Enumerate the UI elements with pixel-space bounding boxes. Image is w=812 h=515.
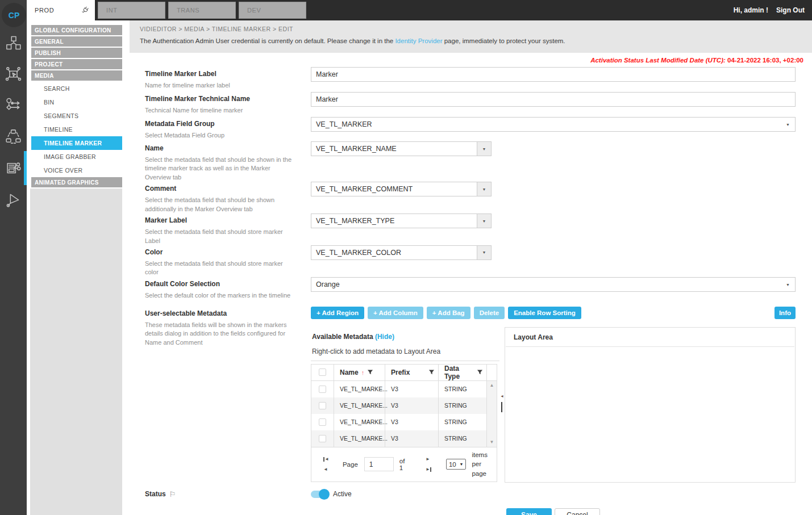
page-number-input[interactable]: [364, 457, 394, 471]
last-page-button[interactable]: ►: [426, 467, 431, 472]
add-bag-button[interactable]: + Add Bag: [427, 307, 470, 319]
field-label: User-selectable Metadata: [145, 309, 311, 317]
column-header-name[interactable]: Name: [340, 369, 359, 376]
field-help: Technical Name for timeline marker: [145, 106, 297, 115]
filter-icon[interactable]: [367, 369, 373, 375]
previous-page-button[interactable]: ◄: [323, 467, 329, 472]
animated-graphics-icon[interactable]: [5, 191, 22, 208]
sync-modules-icon[interactable]: [5, 128, 22, 145]
chevron-down-icon[interactable]: ▼: [477, 246, 491, 259]
row-checkbox[interactable]: [319, 418, 326, 426]
page-size-select[interactable]: 10 ▼: [446, 459, 467, 470]
tab-int[interactable]: INT: [98, 2, 165, 19]
field-label: Color: [145, 248, 311, 256]
scroll-down-icon[interactable]: ▼: [490, 440, 494, 445]
scroll-up-icon[interactable]: ▲: [490, 383, 494, 388]
chevron-down-icon[interactable]: ▼: [477, 182, 491, 196]
sidebar-item-voice-over[interactable]: VOICE OVER: [27, 164, 122, 177]
sidebar-item-image-grabber[interactable]: IMAGE GRABBER: [27, 150, 122, 164]
layout-area-panel[interactable]: Layout Area: [505, 327, 796, 483]
next-page-button[interactable]: ►: [426, 457, 431, 462]
sidebar-item-search[interactable]: SEARCH: [27, 82, 122, 95]
select-all-checkbox[interactable]: [319, 369, 326, 376]
tab-dev[interactable]: DEV: [239, 2, 306, 19]
interactive-monitor-icon[interactable]: [5, 65, 22, 83]
metadata-panels: Available Metadata (Hide) Right-click to…: [311, 327, 796, 483]
modules-icon[interactable]: [5, 34, 22, 52]
sidebar-item-media[interactable]: MEDIA: [31, 70, 122, 81]
add-column-button[interactable]: + Add Column: [368, 307, 423, 319]
marker-label-field-select[interactable]: VE_TL_MARKER_TYPE ▼: [311, 213, 492, 228]
sidebar-filler: [30, 189, 122, 515]
form-actions: Save Cancel: [311, 508, 796, 515]
sidebar-item-segments[interactable]: SEGMENTS: [27, 109, 122, 123]
first-page-button[interactable]: ◄: [323, 457, 329, 462]
delete-button[interactable]: Delete: [474, 307, 505, 319]
info-button[interactable]: Info: [774, 307, 796, 319]
field-help: Select the metadata field that should st…: [145, 259, 297, 277]
sidebar-item-general[interactable]: GENERAL: [31, 36, 122, 47]
table-row[interactable]: VE_TL_MARKE... V3 STRING: [311, 414, 497, 430]
sidebar-item-bin[interactable]: BIN: [27, 95, 122, 109]
header-band: VIDIEDITOR > MEDIA > TIMELINE MARKER > E…: [130, 20, 812, 53]
media-editor-icon[interactable]: [5, 159, 22, 177]
timeline-marker-form: Timeline Marker Label Name for timeline …: [122, 64, 812, 515]
sidebar-item-publish[interactable]: PUBLISH: [31, 48, 122, 58]
field-help: Name for timeline marker label: [145, 81, 297, 90]
technical-name-input[interactable]: [311, 92, 796, 107]
row-checkbox[interactable]: [319, 402, 326, 409]
row-checkbox[interactable]: [319, 435, 326, 442]
enable-row-sorting-button[interactable]: Enable Row Sorting: [508, 307, 581, 319]
active-rail-indicator: [24, 151, 27, 185]
metadata-toolbar: + Add Region + Add Column + Add Bag Dele…: [311, 307, 796, 319]
field-help: Select the metadata field that should st…: [145, 228, 297, 245]
cancel-button[interactable]: Cancel: [555, 508, 600, 515]
sidebar-item-project[interactable]: PROJECT: [31, 59, 122, 69]
chevron-down-icon[interactable]: ▼: [477, 214, 491, 228]
identity-provider-link[interactable]: Identity Provider: [395, 37, 442, 44]
field-label: Default Color Selection: [145, 280, 311, 288]
sidebar-item-animated-graphics[interactable]: ANIMATED GRAPHICS: [31, 177, 122, 187]
status-label: Status: [145, 490, 166, 498]
filter-icon[interactable]: [477, 369, 483, 375]
table-row[interactable]: VE_TL_MARKE... V3 STRING ▼: [311, 430, 497, 447]
add-region-button[interactable]: + Add Region: [311, 307, 364, 319]
field-help: Select the metadata field that should be…: [145, 156, 297, 182]
field-help: Select the default color of the markers …: [145, 291, 297, 300]
row-checkbox[interactable]: [319, 386, 326, 393]
splitter-handle[interactable]: [501, 402, 502, 412]
status-toggle[interactable]: [311, 491, 328, 498]
collapse-left-icon[interactable]: ◄: [500, 394, 504, 398]
sign-out-link[interactable]: Sign Out: [776, 6, 805, 14]
chevron-down-icon[interactable]: ▼: [477, 142, 491, 156]
tab-prod[interactable]: PROD: [27, 0, 95, 20]
toggle-knob[interactable]: [319, 489, 330, 500]
name-field-select[interactable]: VE_TL_MARKER_NAME ▼: [311, 141, 492, 156]
cp-logo: CP: [2, 3, 26, 27]
default-color-select[interactable]: Orange ▼: [311, 277, 796, 292]
panel-splitter[interactable]: ◄: [499, 327, 505, 483]
timeline-marker-label-input[interactable]: [311, 67, 796, 82]
items-per-page-label: items per page: [472, 450, 497, 479]
auth-warning: The Authentication Admin User credential…: [140, 37, 804, 44]
table-row[interactable]: VE_TL_MARKE... V3 STRING ▲: [311, 381, 497, 397]
color-field-select[interactable]: VE_TL_MARKER_COLOR ▼: [311, 245, 492, 260]
tab-trans[interactable]: TRANS: [168, 2, 236, 19]
status-row: Status ⚐ Active: [145, 490, 812, 499]
save-button[interactable]: Save: [506, 508, 552, 515]
sidebar-item-timeline[interactable]: TIMELINE: [27, 123, 122, 136]
field-label: Marker Label: [145, 216, 311, 224]
field-label: Timeline Marker Technical Name: [145, 95, 311, 103]
hide-link[interactable]: (Hide): [375, 333, 394, 341]
column-header-prefix[interactable]: Prefix: [391, 369, 410, 376]
flag-icon: ⚐: [169, 490, 176, 499]
filter-icon[interactable]: [428, 369, 435, 375]
sidebar-item-timeline-marker[interactable]: TIMELINE MARKER: [31, 136, 122, 150]
metadata-field-group-select[interactable]: VE_TL_MARKER ▼: [311, 117, 796, 132]
comment-field-select[interactable]: VE_TL_MARKER_COMMENT ▼: [311, 182, 492, 196]
table-row[interactable]: VE_TL_MARKE... V3 STRING: [311, 397, 497, 414]
sidebar-item-global-configuration[interactable]: GLOBAL CONFIGURATION: [31, 25, 122, 35]
status-state-label: Active: [333, 490, 352, 498]
workflow-icon[interactable]: [5, 97, 22, 114]
column-header-data-type[interactable]: Data Type: [444, 365, 474, 380]
